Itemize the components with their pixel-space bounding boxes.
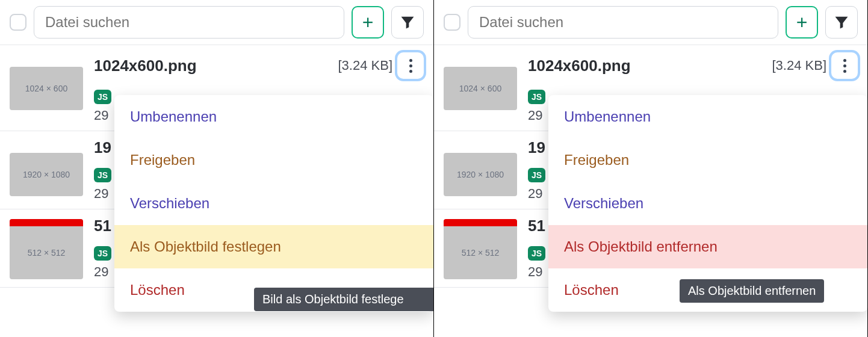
file-name: 19 — [94, 138, 111, 157]
thumbnail: 512 × 512 — [444, 219, 517, 279]
file-name: 51 — [94, 217, 111, 235]
toolbar: + — [0, 0, 433, 45]
file-name: 51 — [528, 217, 545, 235]
thumbnail: 1024 × 600 — [444, 67, 517, 110]
panel-right: + 1024 × 600 1024x600.png [3.24 KB] JS 2… — [434, 0, 868, 337]
menu-item-rename[interactable]: Umbenennen — [548, 95, 867, 138]
thumbnail: 512 × 512 — [10, 219, 83, 279]
badge: JS — [94, 90, 111, 104]
filter-button[interactable] — [391, 6, 424, 39]
select-all-checkbox[interactable] — [444, 14, 460, 31]
dots-icon — [409, 59, 412, 62]
menu-item-set-object-image[interactable]: Als Objektbild festlegen — [114, 225, 433, 268]
file-size: [3.24 KB] — [338, 58, 392, 73]
thumbnail: 1024 × 600 — [10, 67, 83, 110]
panel-left: + 1024 × 600 1024x600.png [3.24 KB] JS 2… — [0, 0, 434, 337]
highlight-bar — [444, 219, 517, 226]
menu-item-rename[interactable]: Umbenennen — [114, 95, 433, 138]
file-size: [3.24 KB] — [772, 58, 826, 73]
badge: JS — [528, 246, 545, 261]
thumbnail: 1920 × 1080 — [10, 153, 83, 196]
filter-icon — [399, 14, 416, 31]
file-name: 1024x600.png — [528, 57, 631, 75]
menu-item-share[interactable]: Freigeben — [114, 138, 433, 182]
file-name: 19 — [528, 138, 545, 157]
badge: JS — [528, 90, 545, 104]
badge: JS — [94, 168, 111, 182]
add-button[interactable]: + — [786, 6, 818, 39]
menu-item-share[interactable]: Freigeben — [548, 138, 867, 182]
menu-item-move[interactable]: Verschieben — [548, 182, 867, 225]
badge: JS — [528, 168, 545, 182]
select-all-checkbox[interactable] — [10, 14, 26, 31]
tooltip: Bild als Objektbild festlege — [254, 288, 433, 311]
filter-button[interactable] — [825, 6, 858, 39]
add-button[interactable]: + — [352, 6, 384, 39]
highlight-bar — [10, 219, 83, 226]
search-input[interactable] — [468, 6, 778, 39]
filter-icon — [833, 14, 850, 31]
menu-item-move[interactable]: Verschieben — [114, 182, 433, 225]
more-button[interactable] — [397, 52, 424, 79]
dots-icon — [843, 59, 846, 62]
context-menu: Umbenennen Freigeben Verschieben Als Obj… — [114, 95, 433, 312]
toolbar: + — [434, 0, 867, 45]
badge: JS — [94, 246, 111, 261]
tooltip: Als Objektbild entfernen — [680, 279, 824, 303]
more-button[interactable] — [831, 52, 858, 79]
search-input[interactable] — [34, 6, 344, 39]
thumbnail: 1920 × 1080 — [444, 153, 517, 196]
menu-item-remove-object-image[interactable]: Als Objektbild entfernen — [548, 225, 867, 268]
file-name: 1024x600.png — [94, 57, 197, 75]
